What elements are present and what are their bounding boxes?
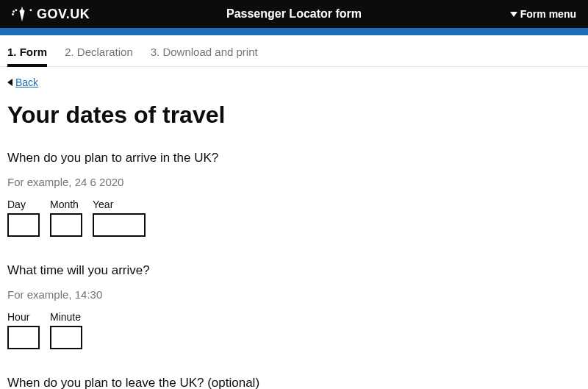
- day-label: Day: [7, 199, 40, 210]
- arrive-day-input[interactable]: [7, 213, 40, 237]
- progress-tabs: 1. Form 2. Declaration 3. Download and p…: [0, 35, 588, 67]
- form-menu-toggle[interactable]: Form menu: [388, 8, 576, 20]
- caret-left-icon: [7, 79, 12, 86]
- arrive-time-group: Hour Minute: [7, 311, 581, 349]
- service-name: Passenger Locator form: [200, 7, 388, 21]
- page-heading: Your dates of travel: [7, 101, 581, 129]
- main-content: Back Your dates of travel When do you pl…: [0, 67, 588, 389]
- arrive-minute-input[interactable]: [50, 326, 82, 349]
- hour-label: Hour: [7, 311, 40, 323]
- back-label: Back: [15, 76, 38, 88]
- year-label: Year: [93, 199, 146, 210]
- crown-icon: [12, 6, 32, 22]
- brand-bar: [0, 28, 588, 35]
- time-hint: For example, 14:30: [7, 288, 581, 301]
- arrive-hour-input[interactable]: [7, 326, 40, 349]
- site-title: GOV.UK: [37, 7, 90, 22]
- tab-declaration[interactable]: 2. Declaration: [65, 46, 133, 66]
- arrive-date-group: Day Month Year: [7, 199, 581, 237]
- month-label: Month: [50, 199, 82, 210]
- chevron-down-icon: [510, 12, 517, 17]
- header-logo[interactable]: GOV.UK: [12, 6, 200, 22]
- arrive-month-input[interactable]: [50, 213, 82, 237]
- back-link[interactable]: Back: [7, 76, 38, 88]
- arrive-question: When do you plan to arrive in the UK?: [7, 151, 581, 165]
- arrive-year-input[interactable]: [93, 213, 146, 237]
- tab-form[interactable]: 1. Form: [7, 46, 47, 67]
- form-menu-label: Form menu: [520, 8, 576, 20]
- site-header: GOV.UK Passenger Locator form Form menu: [0, 0, 588, 28]
- tab-download[interactable]: 3. Download and print: [151, 46, 258, 66]
- leave-question: When do you plan to leave the UK? (optio…: [7, 376, 581, 389]
- time-question: What time will you arrive?: [7, 263, 581, 278]
- minute-label: Minute: [50, 311, 82, 323]
- arrive-hint: For example, 24 6 2020: [7, 176, 581, 188]
